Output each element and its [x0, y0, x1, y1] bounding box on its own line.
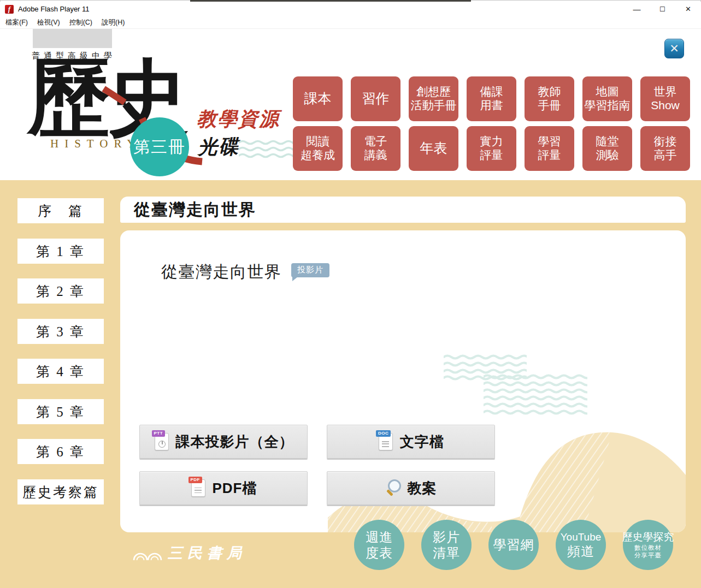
app-header: 普通型高級中學 歷史 HISTORY 第三冊 教學資源 光碟 ✕ 課本 習作 創…	[0, 29, 701, 180]
window-close-button[interactable]: ✕	[675, 2, 701, 16]
menu-help[interactable]: 說明(H)	[102, 18, 125, 27]
content-header-bar: 從臺灣走向世界	[120, 197, 686, 223]
subtitle-teaching-resources: 教學資源	[197, 106, 280, 133]
app-close-button[interactable]: ✕	[664, 39, 684, 58]
resource-activity-handbook-button[interactable]: 創想歷活動手冊	[409, 76, 458, 121]
learning-web-circle[interactable]: 學習網	[488, 520, 539, 570]
resource-world-show-button[interactable]: 世界Show	[640, 76, 690, 121]
resource-learning-assessment-button[interactable]: 學習評量	[525, 126, 574, 171]
sidebar-item-intro[interactable]: 序 篇	[17, 198, 104, 223]
video-list-circle[interactable]: 影片 清單	[421, 520, 472, 570]
ppt-file-icon: PTT	[154, 432, 170, 452]
wave-decoration	[239, 139, 293, 163]
volume-badge: 第三冊	[130, 117, 189, 176]
subtitle-disc: 光碟	[198, 134, 239, 161]
content-header-title: 從臺灣走向世界	[134, 199, 256, 221]
minimize-button[interactable]: —	[624, 2, 650, 16]
resource-bridging-master-button[interactable]: 銜接高手	[640, 126, 690, 171]
sidebar-item-fieldwork[interactable]: 歷史考察篇	[17, 479, 104, 504]
pdf-file-icon: PDF	[190, 478, 207, 498]
sidebar-item-chapter-4[interactable]: 第 4 章	[17, 359, 104, 384]
sidebar-item-chapter-6[interactable]: 第 6 章	[17, 439, 104, 464]
text-file-button[interactable]: DOC 文字檔	[327, 425, 495, 459]
resource-textbook-button[interactable]: 課本	[293, 76, 343, 121]
resource-timeline-button[interactable]: 年表	[409, 126, 458, 171]
menu-bar: 檔案(F) 檢視(V) 控制(C) 說明(H)	[0, 16, 701, 29]
window-controls: — ☐ ✕	[624, 2, 701, 16]
resource-quiz-button[interactable]: 隨堂測驗	[582, 126, 632, 171]
sanmin-arches-icon	[133, 546, 162, 561]
resource-ability-assessment-button[interactable]: 實力評量	[467, 126, 516, 171]
window-titlebar: f Adobe Flash Player 11 — ☐ ✕	[0, 2, 701, 16]
slides-tag: 投影片	[291, 263, 329, 277]
sidebar-item-chapter-1[interactable]: 第 1 章	[17, 239, 104, 264]
resource-button-grid: 課本 習作 創想歷活動手冊 備課用書 教師手冊 地圖學習指南 世界Show 閱讀…	[293, 76, 690, 171]
resource-map-study-guide-button[interactable]: 地圖學習指南	[582, 76, 632, 121]
sidebar-item-chapter-3[interactable]: 第 3 章	[17, 319, 104, 344]
resource-teacher-manual-button[interactable]: 教師手冊	[525, 76, 574, 121]
menu-view[interactable]: 檢視(V)	[37, 18, 60, 27]
weekly-schedule-circle[interactable]: 週進 度表	[354, 520, 404, 570]
file-type-label: DOC	[376, 430, 391, 437]
publisher-name: 三民書局	[168, 546, 246, 561]
publisher-logo: 三民書局	[133, 546, 246, 561]
file-type-label: PDF	[188, 477, 203, 483]
resource-e-lecture-button[interactable]: 電子講義	[351, 126, 400, 171]
magnifier-icon	[385, 479, 402, 497]
window-title: Adobe Flash Player 11	[18, 5, 90, 13]
app-window: f Adobe Flash Player 11 — ☐ ✕ 檔案(F) 檢視(V…	[0, 0, 701, 588]
lesson-plan-button[interactable]: 教案	[327, 471, 495, 505]
resource-lesson-prep-book-button[interactable]: 備課用書	[467, 76, 516, 121]
resource-reading-plus-button[interactable]: 閱讀超養成	[293, 126, 343, 171]
youtube-channel-circle[interactable]: YouTube 頻道	[556, 520, 606, 570]
slides-all-button[interactable]: PTT 課本投影片（全）	[139, 425, 308, 459]
flash-player-icon: f	[5, 5, 14, 14]
history-inquiry-circle[interactable]: 歷史學探究 數位教材 分享平臺	[623, 520, 673, 570]
menu-file[interactable]: 檔案(F)	[5, 18, 28, 27]
content-panel: 從臺灣走向世界 投影片 PTT 課本投影片（全）	[120, 230, 686, 532]
slide-section-title: 從臺灣走向世界	[161, 261, 282, 283]
resource-workbook-button[interactable]: 習作	[351, 76, 400, 121]
main-area: 序 篇 第 1 章 第 2 章 第 3 章 第 4 章 第 5 章 第 6 章 …	[0, 180, 701, 588]
file-type-label: PTT	[152, 430, 166, 437]
sidebar-item-chapter-2[interactable]: 第 2 章	[17, 278, 104, 304]
maximize-button[interactable]: ☐	[650, 2, 675, 16]
pdf-file-button[interactable]: PDF PDF檔	[139, 471, 308, 505]
publisher-logo-redacted	[33, 29, 112, 48]
menu-control[interactable]: 控制(C)	[69, 18, 92, 27]
hills-decoration	[328, 404, 686, 532]
doc-file-icon: DOC	[378, 432, 394, 452]
sidebar-item-chapter-5[interactable]: 第 5 章	[17, 399, 104, 424]
app-title-english: HISTORY	[50, 137, 141, 151]
